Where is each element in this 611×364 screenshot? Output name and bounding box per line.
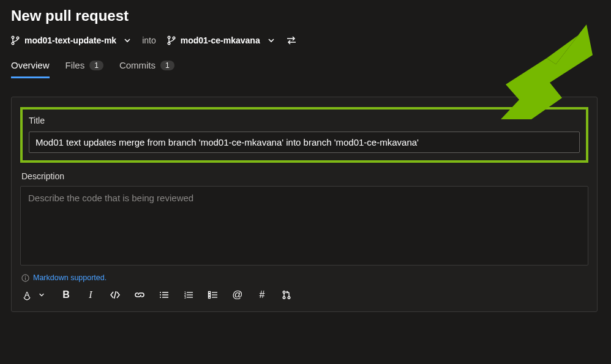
title-input[interactable] xyxy=(29,132,580,153)
hash-button[interactable]: # xyxy=(257,288,268,302)
svg-point-4 xyxy=(168,42,170,45)
svg-point-18 xyxy=(283,291,285,294)
svg-rect-17 xyxy=(209,297,211,299)
tabs-row: Overview Files 1 Commits 1 xyxy=(11,60,600,78)
bold-button[interactable]: B xyxy=(61,288,72,302)
markdown-note-text: Markdown supported. xyxy=(33,273,107,282)
chevron-down-icon xyxy=(124,37,131,44)
tab-label: Files xyxy=(66,60,85,70)
tab-label: Commits xyxy=(119,60,156,70)
branch-icon xyxy=(167,35,176,45)
numbered-list-button[interactable]: 1 2 3 xyxy=(183,288,194,302)
branch-selector-row: mod01-text-update-mk into mod01-ce-mkava… xyxy=(11,35,600,45)
svg-rect-15 xyxy=(209,292,211,294)
swap-branches-button[interactable] xyxy=(286,36,297,45)
chevron-down-icon xyxy=(268,37,275,44)
svg-text:3: 3 xyxy=(184,295,186,299)
editor-toolbar: A B I xyxy=(20,288,588,302)
target-branch-name: mod01-ce-mkavana xyxy=(181,35,260,45)
markdown-supported-link[interactable]: Markdown supported. xyxy=(21,273,588,282)
title-label: Title xyxy=(29,116,580,125)
description-label: Description xyxy=(21,171,588,181)
into-label: into xyxy=(142,35,156,45)
svg-point-7 xyxy=(25,275,26,276)
svg-point-9 xyxy=(160,292,161,293)
tab-commits[interactable]: Commits 1 xyxy=(119,60,174,78)
bullet-list-button[interactable] xyxy=(159,288,170,302)
svg-point-11 xyxy=(160,297,161,298)
commits-count-badge: 1 xyxy=(160,61,174,70)
svg-point-19 xyxy=(283,297,285,299)
italic-button[interactable]: I xyxy=(85,288,96,302)
title-field-group: Title xyxy=(20,107,588,163)
pr-form-card: Title Description Markdown supported. A xyxy=(11,97,598,312)
description-textarea[interactable] xyxy=(20,186,588,266)
tab-label: Overview xyxy=(11,60,50,70)
pull-request-link-button[interactable] xyxy=(281,288,292,302)
font-color-button[interactable]: A xyxy=(21,288,32,302)
page-title: New pull request xyxy=(11,7,600,24)
tab-overview[interactable]: Overview xyxy=(11,60,50,78)
svg-point-10 xyxy=(160,294,161,295)
info-icon xyxy=(21,274,29,282)
target-branch-select[interactable]: mod01-ce-mkavana xyxy=(167,35,275,45)
files-count-badge: 1 xyxy=(89,61,103,70)
font-color-chevron[interactable] xyxy=(36,288,47,302)
mention-button[interactable]: @ xyxy=(232,288,243,302)
svg-rect-16 xyxy=(209,294,211,296)
svg-text:A: A xyxy=(24,290,30,299)
svg-point-5 xyxy=(173,37,175,39)
branch-icon xyxy=(11,35,20,45)
tab-files[interactable]: Files 1 xyxy=(66,60,103,78)
checklist-button[interactable] xyxy=(208,288,219,302)
svg-point-2 xyxy=(17,37,19,39)
link-button[interactable] xyxy=(134,288,145,302)
code-button[interactable] xyxy=(110,288,121,302)
source-branch-select[interactable]: mod01-text-update-mk xyxy=(11,35,131,45)
source-branch-name: mod01-text-update-mk xyxy=(24,35,116,45)
svg-point-0 xyxy=(12,36,14,39)
svg-point-1 xyxy=(12,42,14,45)
svg-point-20 xyxy=(288,297,290,299)
svg-point-3 xyxy=(168,36,170,39)
